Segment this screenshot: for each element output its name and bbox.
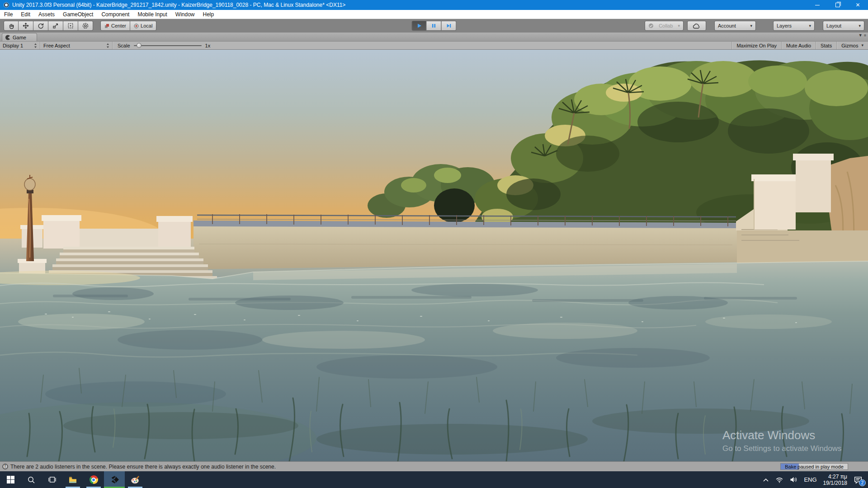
space-icon xyxy=(134,23,139,28)
search-icon xyxy=(27,476,35,484)
unity-editor-window: Unity 2017.3.0f3 Personal (64bit) - Kaiz… xyxy=(0,0,868,488)
step-icon xyxy=(446,23,452,29)
restore-button[interactable] xyxy=(827,0,848,10)
language-indicator[interactable]: ENG xyxy=(804,476,816,483)
menu-assets[interactable]: Assets xyxy=(34,11,59,18)
display-dropdown-label: Display 1 xyxy=(3,43,23,48)
play-button[interactable] xyxy=(412,21,427,31)
pivot-space-group: Center Local xyxy=(100,21,156,31)
paint-button[interactable] xyxy=(125,471,146,488)
pivot-label: Center xyxy=(111,23,126,28)
speaker-glyph xyxy=(790,476,797,483)
window-title: Unity 2017.3.0f3 Personal (64bit) - Kaiz… xyxy=(12,2,345,8)
windows-taskbar: ENG 4:27 πμ 19/1/2018 2 xyxy=(0,471,868,488)
transform-tool-button[interactable] xyxy=(78,21,93,31)
system-tray: ENG 4:27 πμ 19/1/2018 2 xyxy=(763,471,868,488)
search-button[interactable] xyxy=(21,471,42,488)
volume-icon[interactable] xyxy=(790,476,797,483)
grotto-shadow xyxy=(434,188,475,223)
scale-tool-button[interactable] xyxy=(48,21,63,31)
menu-file[interactable]: File xyxy=(0,11,17,18)
space-toggle-button[interactable]: Local xyxy=(130,21,156,31)
chrome-icon xyxy=(90,475,98,484)
taskbar-empty-area xyxy=(146,471,763,488)
pause-icon xyxy=(431,23,437,29)
menu-window[interactable]: Window xyxy=(171,11,199,18)
unity-taskbar-button[interactable] xyxy=(104,471,125,488)
bridge-wall xyxy=(193,214,738,269)
file-explorer-icon xyxy=(68,476,77,483)
wifi-icon[interactable] xyxy=(775,476,783,483)
step-button[interactable] xyxy=(442,21,457,31)
transform-tools-group xyxy=(4,21,93,31)
chrome-button[interactable] xyxy=(83,471,104,488)
cloud-button[interactable] xyxy=(687,21,706,31)
pivot-icon xyxy=(104,23,109,28)
gizmos-label: Gizmos xyxy=(841,43,858,48)
notification-badge: 2 xyxy=(859,479,866,486)
scale-slider[interactable] xyxy=(134,45,202,46)
pause-button[interactable] xyxy=(427,21,442,31)
restore-icon xyxy=(835,3,840,7)
panel-caret-icon: ▼ xyxy=(859,33,863,38)
bake-status-label: Bake paused in play mode xyxy=(781,464,848,469)
aspect-dropdown-label: Free Aspect xyxy=(43,43,70,48)
menu-gameobject[interactable]: GameObject xyxy=(59,11,97,18)
account-caret-icon: ▾ xyxy=(750,24,752,28)
scene-render xyxy=(0,50,868,461)
warning-icon: ! xyxy=(2,464,8,469)
clock-date: 19/1/2018 xyxy=(823,480,847,486)
scale-slider-knob[interactable] xyxy=(137,43,142,48)
panel-menu-button[interactable]: ▼ ≡ xyxy=(859,33,866,38)
stats-toggle[interactable]: Stats xyxy=(816,42,836,49)
game-viewport[interactable]: Activate Windows Go to Settings to activ… xyxy=(0,50,868,461)
gizmos-caret-icon: ▾ xyxy=(861,43,863,47)
scale-label: Scale xyxy=(118,43,130,48)
pivot-toggle-button[interactable]: Center xyxy=(100,21,130,31)
menu-help[interactable]: Help xyxy=(199,11,218,18)
taskbar-clock[interactable]: 4:27 πμ 19/1/2018 xyxy=(823,474,847,486)
account-dropdown[interactable]: Account ▾ xyxy=(714,21,756,31)
unity-logo-icon xyxy=(3,2,9,8)
collab-button[interactable]: Collab ▾ xyxy=(645,21,684,31)
minimize-icon xyxy=(815,5,820,5)
maximize-on-play-toggle[interactable]: Maximize On Play xyxy=(731,42,781,49)
collab-icon xyxy=(648,23,654,28)
cloud-icon xyxy=(693,23,701,29)
game-tab-label: Game xyxy=(13,35,26,40)
hand-tool-button[interactable] xyxy=(4,21,19,31)
updown-icon xyxy=(106,43,109,48)
menu-mobile-input[interactable]: Mobile Input xyxy=(133,11,171,18)
display-dropdown[interactable]: Display 1 xyxy=(0,42,40,49)
layout-dropdown[interactable]: Layout ▾ xyxy=(823,21,864,31)
move-tool-button[interactable] xyxy=(19,21,33,31)
panel-tab-bar: Game ▼ ≡ xyxy=(0,33,868,42)
windows-logo-icon xyxy=(7,476,14,483)
rotate-tool-button[interactable] xyxy=(33,21,48,31)
close-button[interactable]: ✕ xyxy=(848,0,868,10)
window-controls: ✕ xyxy=(807,0,868,10)
layers-dropdown[interactable]: Layers ▾ xyxy=(773,21,815,31)
task-view-icon xyxy=(48,476,57,483)
action-center-button[interactable]: 2 xyxy=(854,476,863,484)
menu-component[interactable]: Component xyxy=(97,11,133,18)
file-explorer-button[interactable] xyxy=(62,471,83,488)
game-view-toggles: Maximize On Play Mute Audio Stats Gizmos… xyxy=(731,42,868,49)
updown-icon xyxy=(34,43,37,48)
space-label: Local xyxy=(141,23,152,28)
start-button[interactable] xyxy=(0,471,21,488)
aspect-ratio-dropdown[interactable]: Free Aspect xyxy=(41,42,112,49)
mute-audio-toggle[interactable]: Mute Audio xyxy=(781,42,816,49)
game-view-control-bar: Display 1 Free Aspect Scale 1x Maximize … xyxy=(0,42,868,50)
menu-edit[interactable]: Edit xyxy=(17,11,34,18)
game-view-tab[interactable]: Game xyxy=(2,33,37,41)
status-message: There are 2 audio listeners in the scene… xyxy=(10,464,276,470)
minimize-button[interactable] xyxy=(807,0,827,10)
gizmos-dropdown[interactable]: Gizmos ▾ xyxy=(836,42,868,49)
rect-tool-button[interactable] xyxy=(63,21,78,31)
tray-chevron-up-icon[interactable] xyxy=(763,478,769,482)
status-bar[interactable]: ! There are 2 audio listeners in the sce… xyxy=(0,461,868,471)
play-icon xyxy=(416,23,422,29)
task-view-button[interactable] xyxy=(42,471,62,488)
bake-status-button[interactable]: Bake paused in play mode xyxy=(780,463,848,470)
